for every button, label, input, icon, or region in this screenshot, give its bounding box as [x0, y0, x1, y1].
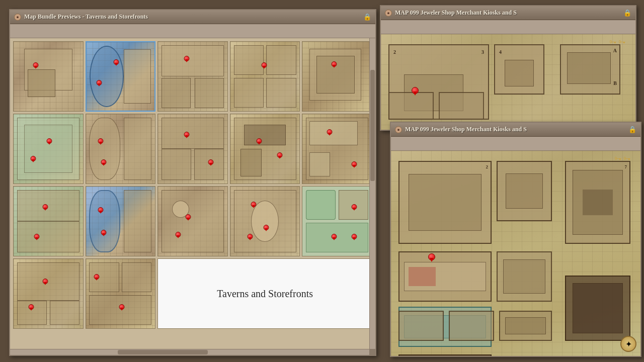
room-feature: [583, 190, 612, 215]
room-inner-3: [567, 52, 611, 83]
compass-symbol: ✦: [625, 339, 632, 349]
dark-bottom-room: [398, 354, 492, 356]
right-window-top-close-button[interactable]: ●: [385, 10, 392, 17]
right-window-bottom-toolbar: [391, 137, 640, 151]
text-cell-taverns: Taverns and Storefronts: [157, 258, 372, 329]
map-cell-11[interactable]: [13, 186, 84, 256]
room-label-b-top: B: [613, 80, 617, 86]
left-window-lock-icon[interactable]: 🔒: [363, 13, 371, 21]
text-cell-label: Taverns and Storefronts: [217, 288, 313, 300]
map-cell-10[interactable]: [302, 114, 372, 184]
inner-room: [409, 174, 481, 231]
room-label-3: 3: [481, 49, 484, 55]
map-cell-12[interactable]: [86, 186, 156, 256]
map-cell-15[interactable]: [302, 186, 372, 256]
right-window-top-map[interactable]: 🗝 🗝 2 3 4 A B: [381, 34, 635, 130]
map-cell-14[interactable]: [230, 186, 300, 256]
left-window-map-grid: Taverns and Storefronts: [10, 38, 375, 355]
left-window-close-button[interactable]: ●: [14, 14, 21, 21]
room-num-7: 7: [625, 164, 627, 169]
scrollbar-thumb[interactable]: [370, 70, 375, 181]
left-window-titlebar: ● Map Bundle Previews - Taverns and Stor…: [10, 10, 375, 24]
room-top-right: A B: [560, 44, 620, 95]
key-icons-bottom: 🗝 🗝: [614, 155, 630, 163]
right-window-bottom-titlebar: ● MAP 099 Jeweler Shop Merchant Kiosks a…: [391, 123, 640, 137]
room-top-middle: 4: [494, 44, 544, 95]
left-window-scrollbar-bottom[interactable]: [10, 349, 369, 355]
room-bottom-1: [388, 92, 434, 120]
bottom-right-dark: [565, 276, 630, 341]
right-window-bottom-map[interactable]: 🗝 🗝 2 7: [391, 151, 640, 356]
map-cell-13[interactable]: [157, 186, 228, 256]
map-cell-1[interactable]: [13, 41, 84, 112]
room-num-1: 2: [486, 164, 489, 169]
bottom-room-1: [398, 311, 444, 341]
map-cell-17[interactable]: [86, 258, 156, 329]
room-bottom-2: [439, 92, 484, 120]
map-cell-6[interactable]: [13, 114, 84, 184]
map-cell-7[interactable]: [86, 114, 156, 184]
right-window-bottom-lock-icon[interactable]: 🔒: [628, 126, 636, 134]
middle-top-room: [497, 161, 552, 221]
pin-map-top: [412, 87, 419, 96]
scrollbar-thumb-bottom[interactable]: [118, 350, 208, 354]
middle-inner: [506, 173, 543, 209]
bottom-room-3: [499, 311, 552, 341]
middle-left-room: [398, 251, 492, 302]
right-window-top-titlebar: ● MAP 099 Jeweler Shop Merchant Kiosks a…: [381, 6, 635, 20]
right-window-bottom-title: MAP 099 Jeweler Shop Merchant Kiosks and…: [405, 126, 625, 133]
left-window-toolbar: [10, 24, 375, 38]
pin-map-bottom: [428, 253, 435, 262]
room-label-2: 2: [393, 49, 396, 55]
bottom-room-2: [449, 311, 494, 341]
main-room-large: 2: [398, 161, 492, 244]
room-inner-2: [505, 60, 534, 86]
key-icon-3: 🗝: [614, 155, 621, 163]
map-cell-2[interactable]: [86, 41, 156, 112]
right-window-top-toolbar: [381, 20, 635, 34]
center-inner: [503, 259, 546, 293]
map-cell-16[interactable]: [13, 258, 84, 329]
left-window-title: Map Bundle Previews - Taverns and Storef…: [24, 13, 360, 21]
room-label-4: 4: [499, 49, 502, 55]
bottom-inner: [505, 317, 546, 334]
key-icons-top: 🗝 🗝: [609, 38, 625, 46]
room-label-a: A: [613, 48, 617, 53]
map-cell-3[interactable]: [157, 41, 228, 112]
key-icon-4: 🗝: [623, 155, 630, 163]
right-window-bottom: ● MAP 099 Jeweler Shop Merchant Kiosks a…: [390, 122, 641, 357]
right-window-top: ● MAP 099 Jeweler Shop Merchant Kiosks a…: [380, 5, 636, 131]
right-window-bottom-close-button[interactable]: ●: [395, 126, 402, 133]
map-cell-5[interactable]: [302, 41, 372, 112]
map-cell-9[interactable]: [230, 114, 300, 184]
right-window-top-lock-icon[interactable]: 🔒: [623, 9, 631, 17]
left-window-scrollbar[interactable]: [369, 38, 375, 355]
dark-inner: [573, 283, 623, 334]
right-inner: [573, 170, 623, 235]
compass-rose: ✦: [620, 336, 636, 352]
left-window: ● Map Bundle Previews - Taverns and Stor…: [9, 9, 376, 356]
left-window-corner: [369, 349, 375, 355]
map-cell-4[interactable]: [230, 41, 300, 112]
key-icon-2: 🗝: [618, 38, 625, 46]
right-window-top-title: MAP 099 Jeweler Shop Merchant Kiosks and…: [395, 9, 620, 17]
map-cell-8[interactable]: [157, 114, 228, 184]
feature-item: [409, 267, 436, 286]
key-icon-1: 🗝: [609, 38, 616, 46]
middle-center-room: [497, 251, 552, 302]
top-right-room: 7: [565, 161, 630, 244]
